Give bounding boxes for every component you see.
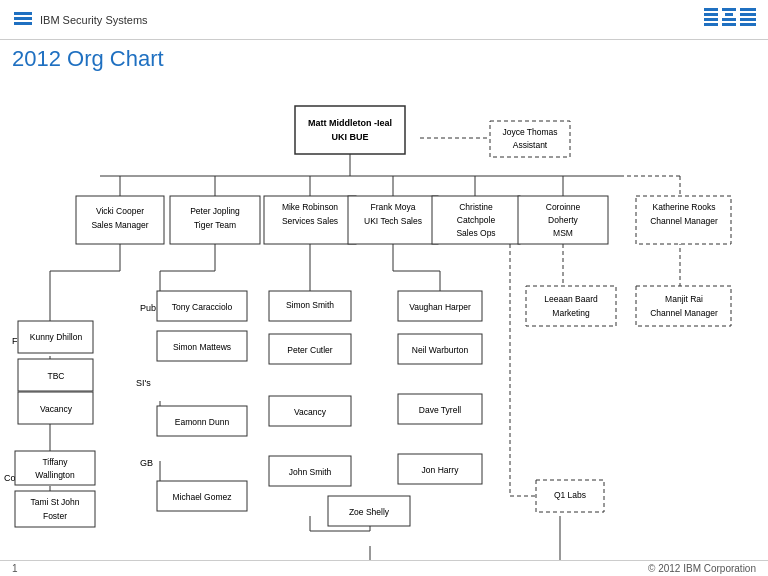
svg-text:Zoe Shelly: Zoe Shelly (349, 507, 390, 517)
svg-rect-14 (740, 23, 756, 26)
node-dave: Dave Tyrell (398, 394, 482, 424)
node-mike: Mike Robinson Services Sales (264, 196, 356, 244)
svg-text:Frank Moya: Frank Moya (371, 202, 416, 212)
svg-text:Vicki Cooper: Vicki Cooper (96, 206, 144, 216)
svg-rect-95 (636, 286, 731, 326)
svg-text:Michael Gomez: Michael Gomez (172, 492, 231, 502)
node-simon-m: Simon Mattews (157, 331, 247, 361)
svg-text:Eamonn Dunn: Eamonn Dunn (175, 417, 230, 427)
svg-text:TBC: TBC (48, 371, 65, 381)
svg-rect-10 (722, 23, 736, 26)
svg-text:Katherine Rooks: Katherine Rooks (653, 202, 716, 212)
svg-text:Services Sales: Services Sales (282, 216, 338, 226)
ibm-logo-big (704, 6, 756, 33)
node-zoe: Zoe Shelly (328, 496, 410, 526)
svg-text:Catchpole: Catchpole (457, 215, 496, 225)
node-peter-c: Peter Cutler (269, 334, 351, 364)
node-katherine: Katherine Rooks Channel Manager (636, 196, 731, 244)
svg-text:Joyce Thomas: Joyce Thomas (502, 127, 557, 137)
svg-text:Dave Tyrell: Dave Tyrell (419, 405, 461, 415)
node-eamonn: Eamonn Dunn (157, 406, 247, 436)
svg-text:MSM: MSM (553, 228, 573, 238)
page-title-container: 2012 Org Chart (0, 40, 768, 76)
company-name: IBM Security Systems (40, 14, 148, 26)
svg-text:Vacancy: Vacancy (294, 407, 327, 417)
svg-rect-0 (14, 12, 32, 15)
header: IBM Security Systems (0, 0, 768, 40)
svg-rect-7 (722, 8, 736, 11)
svg-text:Mike Robinson: Mike Robinson (282, 202, 338, 212)
org-chart-area: Matt Middleton -Ieal UKI BUE Joyce Thoma… (0, 76, 768, 572)
footer: 1 © 2012 IBM Corporation (0, 560, 768, 576)
node-tbc: TBC (18, 359, 93, 391)
svg-text:Foster: Foster (43, 511, 67, 521)
svg-text:UKI Tech Sales: UKI Tech Sales (364, 216, 422, 226)
svg-rect-66 (295, 106, 405, 154)
svg-rect-6 (704, 23, 718, 26)
node-vaughan: Vaughan Harper (398, 291, 482, 321)
node-vacancy-mid: Vacancy (269, 396, 351, 426)
page-number: 1 (12, 563, 18, 574)
svg-text:Tami St John: Tami St John (30, 497, 79, 507)
svg-text:UKI BUE: UKI BUE (331, 132, 368, 142)
node-kunny: Kunny Dhillon (18, 321, 93, 353)
svg-rect-1 (14, 17, 32, 20)
svg-text:Tiger Team: Tiger Team (194, 220, 236, 230)
svg-text:Assistant: Assistant (513, 140, 548, 150)
node-joyce: Joyce Thomas Assistant (490, 121, 570, 157)
gb-label: GB (140, 458, 153, 468)
svg-text:Tony Caracciolo: Tony Caracciolo (172, 302, 233, 312)
svg-text:Neil Warburton: Neil Warburton (412, 345, 469, 355)
svg-text:Christine: Christine (459, 202, 493, 212)
node-frank: Frank Moya UKI Tech Sales (348, 196, 438, 244)
svg-text:Vaughan Harper: Vaughan Harper (409, 302, 471, 312)
sis-label: SI's (136, 378, 151, 388)
svg-text:Doherty: Doherty (548, 215, 579, 225)
svg-text:Leeaan Baard: Leeaan Baard (544, 294, 598, 304)
svg-rect-8 (725, 13, 733, 16)
node-matt: Matt Middleton -Ieal UKI BUE (295, 106, 405, 154)
header-left: IBM Security Systems (12, 8, 148, 32)
svg-text:Coroinne: Coroinne (546, 202, 581, 212)
svg-rect-4 (704, 13, 718, 16)
svg-text:Simon Smith: Simon Smith (286, 300, 334, 310)
svg-rect-12 (740, 13, 756, 16)
svg-rect-13 (740, 18, 756, 21)
node-manjit: Manjit Rai Channel Manager (636, 286, 731, 326)
ibm-logo-small (12, 8, 34, 32)
svg-text:Tiffany: Tiffany (42, 457, 68, 467)
svg-text:Q1 Labs: Q1 Labs (554, 490, 586, 500)
svg-text:Channel Manager: Channel Manager (650, 308, 718, 318)
svg-text:Sales Manager: Sales Manager (91, 220, 148, 230)
node-coroinne: Coroinne Doherty MSM (518, 196, 608, 244)
copyright: © 2012 IBM Corporation (648, 563, 756, 574)
node-john-s: John Smith (269, 456, 351, 486)
svg-text:Matt Middleton -Ieal: Matt Middleton -Ieal (308, 118, 392, 128)
node-vacancy-fss: Vacancy (18, 392, 93, 424)
svg-text:Manjit Rai: Manjit Rai (665, 294, 703, 304)
svg-rect-11 (740, 8, 756, 11)
svg-text:Kunny Dhillon: Kunny Dhillon (30, 332, 83, 342)
node-tami: Tami St John Foster (15, 491, 95, 527)
svg-rect-98 (526, 286, 616, 326)
pub-label: Pub (140, 303, 156, 313)
svg-text:Sales Ops: Sales Ops (456, 228, 495, 238)
svg-rect-2 (14, 22, 32, 25)
svg-text:Simon Mattews: Simon Mattews (173, 342, 231, 352)
svg-rect-3 (704, 8, 718, 11)
node-simon-s: Simon Smith (269, 291, 351, 321)
node-leeaan: Leeaan Baard Marketing (526, 286, 616, 326)
org-chart-svg: Matt Middleton -Ieal UKI BUE Joyce Thoma… (0, 76, 768, 572)
svg-text:Channel Manager: Channel Manager (650, 216, 718, 226)
svg-rect-5 (704, 18, 718, 21)
node-michael: Michael Gomez (157, 481, 247, 511)
svg-text:Peter Jopling: Peter Jopling (190, 206, 240, 216)
svg-text:Jon Harry: Jon Harry (422, 465, 460, 475)
svg-rect-9 (722, 18, 736, 21)
node-vicki: Vicki Cooper Sales Manager (76, 196, 164, 244)
svg-text:Marketing: Marketing (552, 308, 590, 318)
node-tiffany: Tiffany Wallington (15, 451, 95, 485)
svg-text:Peter Cutler: Peter Cutler (287, 345, 333, 355)
svg-text:Vacancy: Vacancy (40, 404, 73, 414)
node-neil: Neil Warburton (398, 334, 482, 364)
